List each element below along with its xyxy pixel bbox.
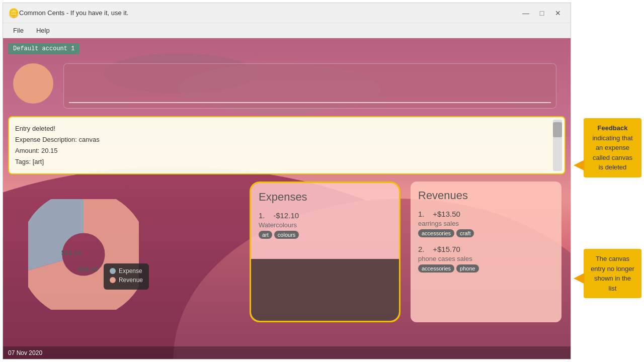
scrollbar-track (553, 120, 562, 171)
text-input-underline (69, 102, 551, 103)
app-window: 🪙 Common Cents - If you have it, use it.… (3, 3, 571, 359)
avatar (13, 63, 53, 104)
expense-1-amount: 1. -$12.10 (259, 211, 391, 220)
window-title: Common Cents - If you have it, use it. (19, 9, 518, 17)
menu-file[interactable]: File (8, 25, 29, 36)
notification-box: Entry deleted! Expense Description: canv… (8, 116, 566, 174)
notification-line4: Tags: [art] (15, 156, 544, 167)
window-controls: — □ ✕ (518, 6, 566, 20)
pie-chart: $12.10 $29.20 Expense Revenue (28, 199, 139, 310)
expense-1-tags: art colours (259, 231, 391, 239)
revenue-1-tag-2[interactable]: craft (456, 229, 474, 237)
revenue-1-number: 1. (418, 210, 425, 218)
revenue-1-value: +$13.50 (433, 210, 460, 218)
scrollbar[interactable] (553, 120, 562, 171)
revenue-chart-label: $29.20 (78, 265, 98, 273)
top-section: Default account 1 Entry deleted! Expense… (3, 38, 571, 179)
maximize-button[interactable]: □ (534, 6, 549, 20)
notification-content: Entry deleted! Expense Description: canv… (15, 123, 544, 167)
pie-svg (28, 199, 139, 310)
minimize-button[interactable]: — (518, 6, 533, 20)
expense-1-tag-1[interactable]: art (259, 231, 272, 239)
close-button[interactable]: ✕ (550, 6, 566, 20)
chart-area: $12.10 $29.20 Expense Revenue (8, 184, 159, 325)
notification-line2: Expense Description: canvas (15, 134, 544, 145)
annotation-feedback-1: Feedback indicating that an expense call… (584, 118, 641, 177)
legend-revenue-dot (110, 277, 116, 283)
revenues-panel: Revenues 1. +$13.50 earrings sales acces… (411, 182, 561, 322)
annotation-feedback-title: Feedback (598, 124, 628, 132)
revenue-2-amount: 2. +$15.70 (418, 245, 554, 253)
revenue-2-tag-2[interactable]: phone (456, 264, 479, 273)
status-bar: 07 Nov 2020 (3, 346, 571, 359)
app-icon: 🪙 (8, 8, 19, 19)
input-area[interactable] (63, 63, 556, 109)
expenses-panel: Expenses 1. -$12.10 Watercolours art col… (250, 182, 400, 322)
revenue-1-tag-1[interactable]: accessories (418, 229, 454, 237)
title-bar: 🪙 Common Cents - If you have it, use it.… (3, 3, 571, 23)
revenue-2-value: +$15.70 (433, 245, 460, 253)
revenue-1-amount: 1. +$13.50 (418, 210, 554, 218)
bottom-section: $12.10 $29.20 Expense Revenue (3, 179, 571, 359)
expense-1-value: -$12.10 (273, 211, 299, 220)
annotation-arrow-1: ◀ (574, 156, 585, 172)
annotation-arrow-2: ◀ (574, 269, 585, 286)
revenue-item-1: 1. +$13.50 earrings sales accessories cr… (418, 210, 554, 237)
expense-1-number: 1. (259, 211, 265, 220)
status-date: 07 Nov 2020 (8, 349, 42, 356)
revenue-2-name: phone cases sales (418, 255, 554, 262)
revenue-item-2: 2. +$15.70 phone cases sales accessories… (418, 245, 554, 273)
annotation-canvas-text: The canvas entry no longer shown in the … (591, 255, 634, 292)
notification-line1: Entry deleted! (15, 123, 544, 134)
annotation-feedback-2: The canvas entry no longer shown in the … (584, 249, 641, 298)
expense-1-tag-2[interactable]: colours (274, 231, 299, 239)
menu-bar: File Help (3, 23, 571, 38)
expenses-title: Expenses (259, 191, 391, 204)
account-badge[interactable]: Default account 1 (8, 43, 79, 54)
legend-revenue-label: Revenue (119, 277, 143, 284)
chart-legend: Expense Revenue (104, 263, 149, 290)
revenue-1-name: earrings sales (418, 220, 554, 227)
revenue-2-number: 2. (418, 245, 425, 253)
revenue-1-tags: accessories craft (418, 229, 554, 237)
scrollbar-thumb[interactable] (553, 122, 562, 137)
menu-help[interactable]: Help (31, 25, 55, 36)
legend-expense-label: Expense (119, 267, 142, 275)
revenue-2-tag-1[interactable]: accessories (418, 264, 454, 273)
legend-revenue: Revenue (110, 277, 143, 284)
expense-1-name: Watercolours (259, 221, 391, 229)
legend-expense: Expense (110, 267, 143, 275)
notification-line3: Amount: 20.15 (15, 145, 544, 156)
expense-item-1: 1. -$12.10 Watercolours art colours (259, 211, 391, 239)
content-area: Default account 1 Entry deleted! Expense… (3, 38, 571, 359)
revenues-title: Revenues (418, 189, 554, 202)
revenue-2-tags: accessories phone (418, 264, 554, 273)
legend-expense-dot (110, 268, 116, 274)
annotation-feedback-text: indicating that an expense called canvas… (592, 134, 632, 171)
expense-chart-label: $12.10 (61, 249, 82, 256)
expenses-dark-area (251, 259, 399, 321)
